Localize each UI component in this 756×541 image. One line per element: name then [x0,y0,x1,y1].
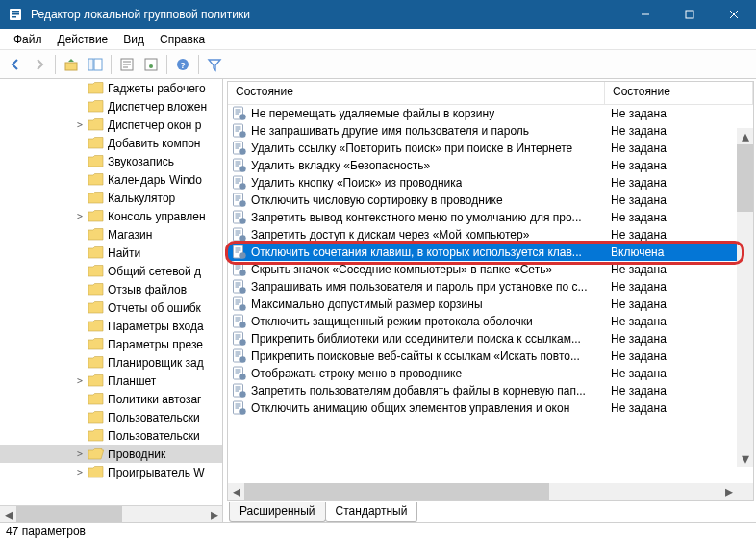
tree-item[interactable]: >Проигрыватель W [0,463,222,481]
tree-item[interactable]: Общий сетевой д [0,262,222,280]
tree-item[interactable]: Параметры презе [0,335,222,353]
tree-item[interactable]: Отзыв файлов [0,280,222,298]
list-row[interactable]: Скрыть значок «Соседние компьютеры» в па… [228,261,753,278]
expand-icon[interactable] [73,283,87,296]
expand-icon[interactable] [73,228,87,242]
list-row[interactable]: Не запрашивать другие имя пользователя и… [228,122,753,140]
expand-icon[interactable]: > [73,374,87,388]
tree-item[interactable]: Параметры входа [0,317,222,335]
list-row[interactable]: Удалить ссылку «Повторить поиск» при пои… [228,140,753,157]
expand-icon[interactable] [73,173,87,187]
list-row[interactable]: Запретить пользователям добавлять файлы … [228,382,753,399]
properties-button[interactable] [115,53,139,76]
tree-item[interactable]: Отчеты об ошибк [0,298,222,317]
menu-view[interactable]: Вид [115,31,152,48]
svg-text:?: ? [180,61,186,70]
expand-icon[interactable] [73,301,87,315]
list-row[interactable]: Отключить анимацию общих элементов управ… [228,399,753,417]
scroll-up-icon[interactable]: ▴ [737,128,753,144]
filter-button[interactable] [203,53,226,76]
list-row[interactable]: Максимально допустимый размер корзиныНе … [228,296,753,313]
list-row[interactable]: Запретить вывод контекстного меню по умо… [228,209,753,226]
back-button[interactable] [4,53,27,76]
tree-item[interactable]: Пользовательски [0,408,222,426]
scroll-thumb[interactable] [16,506,122,522]
maximize-button[interactable] [668,0,712,29]
tree-item[interactable]: Звукозапись [0,152,222,170]
scroll-left-icon[interactable]: ◂ [0,506,16,523]
minimize-button[interactable] [623,0,668,29]
forward-button[interactable] [28,53,51,76]
tree-item-label: Магазин [108,228,152,242]
folder-icon [88,283,104,296]
list-row[interactable]: Отключить защищенный режим протокола обо… [228,313,753,330]
list-row[interactable]: Удалить вкладку «Безопасность»Не задана [228,157,753,174]
expand-icon[interactable] [73,265,87,278]
column-name[interactable]: Состояние [228,82,605,105]
list-row[interactable]: Прикрепить библиотеки или соединители по… [228,330,753,348]
policy-name: Запрашивать имя пользователя и пароль пр… [251,280,588,294]
tree-item[interactable]: Добавить компон [0,134,222,152]
expand-icon[interactable] [73,100,87,114]
tree-item[interactable]: Диспетчер вложен [0,97,222,116]
close-button[interactable] [712,0,756,29]
expand-icon[interactable] [73,356,87,370]
list-v-scrollbar[interactable]: ▴ ▾ [737,128,753,467]
scroll-thumb[interactable] [244,483,549,500]
tab-extended[interactable]: Расширенный [229,502,326,522]
list-row[interactable]: Отключить числовую сортировку в проводни… [228,192,753,209]
tree-item[interactable]: Калькулятор [0,189,222,207]
list-h-scrollbar[interactable]: ◂ ▸ [228,483,737,500]
tree-item[interactable]: Календарь Windo [0,170,222,189]
up-button[interactable] [60,53,83,76]
list-row[interactable]: Отключить сочетания клавиш, в которых ис… [228,244,753,261]
expand-icon[interactable] [73,320,87,333]
show-hide-tree-button[interactable] [84,53,107,76]
tree-item[interactable]: >Консоль управлен [0,207,222,225]
policy-state: Не задана [611,384,667,398]
expand-icon[interactable] [73,393,87,406]
expand-icon[interactable]: > [73,448,87,461]
tree-item[interactable]: >Планшет [0,372,222,390]
scroll-down-icon[interactable]: ▾ [737,451,753,467]
list-row[interactable]: Запрашивать имя пользователя и пароль пр… [228,278,753,296]
expand-icon[interactable]: > [73,210,87,223]
scroll-right-icon[interactable]: ▸ [720,483,737,500]
list-row[interactable]: Не перемещать удаляемые файлы в корзинуН… [228,105,753,122]
expand-icon[interactable] [73,246,87,260]
scroll-left-icon[interactable]: ◂ [228,483,244,500]
help-button[interactable]: ? [171,53,194,76]
refresh-button[interactable] [139,53,163,76]
scroll-right-icon[interactable]: ▸ [206,506,222,523]
expand-icon[interactable] [73,338,87,351]
tree-item[interactable]: Политики автозаг [0,390,222,408]
menu-file[interactable]: Файл [6,31,50,48]
tree-item[interactable]: Пользовательски [0,426,222,445]
menu-action[interactable]: Действие [50,31,116,48]
expand-icon[interactable] [73,155,87,168]
tree-item[interactable]: >Диспетчер окон р [0,116,222,134]
column-state[interactable]: Состояние [605,82,753,105]
tree-h-scrollbar[interactable]: ◂ ▸ [0,505,222,522]
list-row[interactable]: Прикрепить поисковые веб-сайты к ссылкам… [228,348,753,365]
list-row[interactable]: Запретить доступ к дискам через «Мой ком… [228,226,753,244]
tree-item[interactable]: Гаджеты рабочего [0,79,222,97]
tree-item[interactable]: >Проводник [0,445,222,463]
scroll-thumb[interactable] [737,144,753,212]
expand-icon[interactable] [73,429,87,443]
expand-icon[interactable] [73,82,87,95]
list-row[interactable]: Удалить кнопку «Поиск» из проводникаНе з… [228,174,753,192]
list-row[interactable]: Отображать строку меню в проводникеНе за… [228,365,753,382]
expand-icon[interactable]: > [73,118,87,132]
toolbar: ? [0,50,756,79]
expand-icon[interactable]: > [73,466,87,479]
expand-icon[interactable] [73,192,87,205]
tab-standard[interactable]: Стандартный [325,502,418,522]
policy-icon [232,262,247,277]
tree-item[interactable]: Планировщик зад [0,353,222,372]
menu-help[interactable]: Справка [152,31,213,48]
tree-item[interactable]: Найти [0,244,222,262]
tree-item[interactable]: Магазин [0,225,222,244]
expand-icon[interactable] [73,137,87,150]
expand-icon[interactable] [73,411,87,425]
